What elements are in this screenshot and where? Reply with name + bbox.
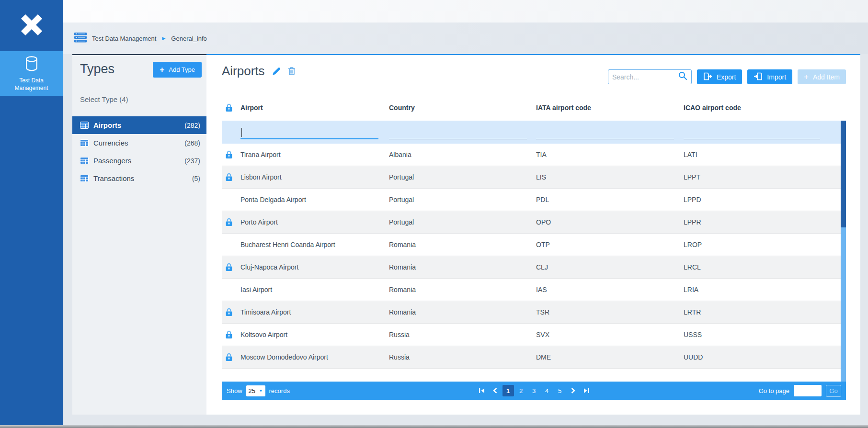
- cell-icao: LRIA: [681, 286, 841, 293]
- sidebar-item-label-line1: Test Data: [19, 77, 44, 84]
- search-input[interactable]: [612, 73, 678, 81]
- filter-input-country[interactable]: [389, 127, 527, 139]
- type-item-passengers[interactable]: Passengers(237): [72, 152, 206, 169]
- type-item-count: (5): [192, 175, 200, 182]
- magnifier-icon[interactable]: [678, 71, 687, 82]
- table-row[interactable]: Tirana AirportAlbaniaTIALATI: [222, 144, 841, 166]
- app-logo[interactable]: [0, 0, 63, 51]
- table-row[interactable]: Koltsovo AirportRussiaSVXUSSS: [222, 324, 841, 346]
- add-type-button[interactable]: + Add Type: [153, 62, 202, 78]
- cell-iata: IAS: [534, 286, 681, 293]
- plus-icon: +: [804, 73, 809, 81]
- cell-country: Romania: [387, 241, 534, 248]
- cell-airport: Iasi Airport: [238, 286, 387, 293]
- column-header-country[interactable]: Country: [387, 104, 534, 112]
- cell-country: Albania: [387, 151, 534, 158]
- column-header-airport[interactable]: Airport: [238, 104, 387, 112]
- cell-icao: UUDD: [681, 353, 841, 361]
- trash-icon[interactable]: [288, 67, 296, 76]
- cell-icao: LROP: [681, 241, 841, 248]
- table-row[interactable]: Lisbon AirportPortugalLISLPPT: [222, 166, 841, 189]
- first-page-button[interactable]: [476, 385, 488, 396]
- last-page-button[interactable]: [581, 385, 593, 396]
- lock-icon: [222, 173, 238, 181]
- show-label: Show: [227, 387, 242, 394]
- page-button-5[interactable]: 5: [554, 385, 566, 396]
- cell-airport: Ponta Delgada Airport: [238, 196, 387, 203]
- go-button[interactable]: Go: [826, 385, 841, 397]
- cell-icao: LPPD: [681, 196, 841, 203]
- type-item-count: (268): [184, 139, 200, 147]
- server-stack-icon: [74, 33, 87, 44]
- types-panel-title: Types: [80, 62, 114, 77]
- pagination-bar: Show 25 ▼ records 12345: [222, 382, 846, 400]
- cell-airport: Koltsovo Airport: [238, 331, 387, 338]
- lock-icon: [222, 330, 238, 339]
- goto-page-input[interactable]: [794, 385, 822, 396]
- filter-input-iata[interactable]: [536, 127, 674, 139]
- pencil-icon[interactable]: [271, 66, 282, 77]
- types-panel: Types + Add Type Select Type (4) Airport…: [72, 54, 206, 415]
- page-button-2[interactable]: 2: [515, 385, 527, 396]
- type-item-currencies[interactable]: Currencies(268): [72, 134, 206, 152]
- table-row[interactable]: Cluj-Napoca AirportRomaniaCLJLRCL: [222, 256, 841, 279]
- filter-input-airport[interactable]: [240, 127, 378, 139]
- table-grid-icon: [80, 157, 89, 165]
- cell-icao: LRTR: [681, 308, 841, 316]
- records-label: records: [269, 387, 290, 394]
- cell-icao: LPPR: [681, 218, 841, 226]
- type-item-label: Currencies: [93, 139, 184, 147]
- page-size-select[interactable]: 25 ▼: [246, 385, 265, 396]
- lock-column-icon: [222, 103, 238, 112]
- page-button-1[interactable]: 1: [503, 385, 514, 396]
- sidebar-item-test-data-management[interactable]: Test Data Management: [0, 51, 63, 96]
- type-item-transactions[interactable]: Transactions(5): [72, 169, 206, 187]
- window-bottom-edge: [0, 425, 868, 428]
- table-row[interactable]: Bucharest Henri Coanda AirportRomaniaOTP…: [222, 234, 841, 256]
- chevron-down-icon: ▼: [259, 389, 263, 393]
- table-scrollbar-thumb[interactable]: [841, 121, 846, 227]
- type-item-airports[interactable]: Airports(282): [72, 116, 206, 134]
- lock-icon: [222, 308, 238, 316]
- next-page-button[interactable]: [567, 385, 579, 396]
- export-button[interactable]: Export: [697, 69, 742, 84]
- breadcrumb: Test Data Management ▶ General_info: [63, 23, 868, 54]
- page-button-3[interactable]: 3: [528, 385, 540, 396]
- search-box: [608, 69, 692, 84]
- file-import-icon: [754, 72, 763, 82]
- pager: 12345: [476, 385, 593, 396]
- table-filter-row: [222, 121, 841, 144]
- add-item-button[interactable]: + Add Item: [798, 69, 846, 84]
- type-item-label: Transactions: [93, 174, 192, 182]
- column-header-iata[interactable]: IATA airport code: [534, 104, 681, 112]
- sidebar-item-label-line2: Management: [14, 84, 48, 92]
- cell-iata: CLJ: [534, 263, 681, 271]
- page-button-4[interactable]: 4: [541, 385, 553, 396]
- cell-country: Portugal: [387, 196, 534, 203]
- cell-iata: TIA: [534, 151, 681, 158]
- app-window: Test Data Management Test Data Managemen…: [0, 0, 868, 428]
- table-row[interactable]: Porto AirportPortugalOPOLPPR: [222, 211, 841, 234]
- table-header: Airport Country IATA airport code ICAO a…: [222, 94, 841, 121]
- type-item-label: Airports: [93, 121, 184, 129]
- previous-page-button[interactable]: [489, 385, 501, 396]
- cell-country: Romania: [387, 286, 534, 293]
- cell-iata: PDL: [534, 196, 681, 203]
- cell-country: Portugal: [387, 218, 534, 226]
- table-grid-icon: [80, 139, 89, 147]
- breadcrumb-item-current: General_info: [171, 35, 206, 42]
- table-row[interactable]: Ponta Delgada AirportPortugalPDLLPPD: [222, 189, 841, 211]
- import-button[interactable]: Import: [747, 69, 792, 84]
- table-scrollbar-track[interactable]: [841, 121, 846, 383]
- cell-airport: Lisbon Airport: [238, 173, 387, 181]
- table-row[interactable]: Moscow Domodedovo AirportRussiaDMEUUDD: [222, 346, 841, 369]
- filter-input-icao[interactable]: [684, 127, 820, 139]
- database-icon: [24, 56, 39, 74]
- table-row[interactable]: Iasi AirportRomaniaIASLRIA: [222, 279, 841, 301]
- table-row[interactable]: Timisoara AirportRomaniaTSRLRTR: [222, 301, 841, 324]
- cell-country: Romania: [387, 263, 534, 271]
- column-header-icao[interactable]: ICAO airport code: [681, 104, 841, 112]
- type-item-count: (237): [184, 157, 200, 165]
- breadcrumb-item-root[interactable]: Test Data Management: [92, 35, 156, 42]
- lock-icon: [222, 263, 238, 271]
